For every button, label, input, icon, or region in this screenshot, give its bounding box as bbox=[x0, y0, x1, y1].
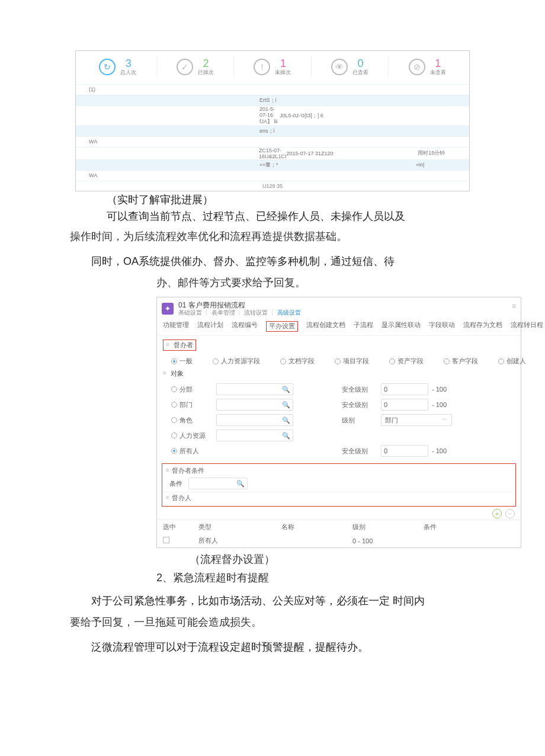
radio-all[interactable]: 所有人 bbox=[171, 447, 213, 456]
tab-item[interactable]: 流程编号 bbox=[232, 321, 258, 332]
warn-icon: ! bbox=[254, 59, 270, 75]
dept-input[interactable]: 🔍 bbox=[216, 399, 293, 411]
tab-item[interactable]: 子流程 bbox=[354, 321, 373, 332]
radio-icon bbox=[171, 417, 177, 423]
level-select[interactable]: 部门﹀ bbox=[381, 414, 452, 426]
role-input[interactable]: 🔍 bbox=[216, 414, 293, 426]
stat-num: 1 bbox=[275, 58, 291, 70]
row-level: 0 - 100 bbox=[352, 537, 424, 544]
p3-line1: 对于公司紧急性事务，比如市场活动、公关应对等，必须在一定 时间内 bbox=[70, 590, 509, 611]
search-icon: 🔍 bbox=[282, 417, 290, 424]
branch-input[interactable]: 🔍 bbox=[216, 383, 293, 395]
table-row: «»量；*«in| bbox=[76, 159, 469, 170]
crumb-current[interactable]: 高级设置 bbox=[277, 309, 301, 316]
row-mid: ErtS；i bbox=[105, 97, 280, 104]
radio-icon bbox=[171, 448, 177, 454]
table-row: WA bbox=[76, 170, 469, 181]
tab-item-active[interactable]: 平办设置 bbox=[266, 321, 298, 332]
row-type: 所有人 bbox=[198, 536, 281, 545]
row-checkbox[interactable] bbox=[163, 537, 198, 544]
row-far: «in| bbox=[416, 162, 469, 168]
row-right: 2015-07-17 31Z120 bbox=[287, 150, 418, 156]
stat-card-unviewed: ⊘ 1 未查看 bbox=[389, 56, 466, 78]
tab-item[interactable]: 流程创建文档 bbox=[306, 321, 345, 332]
radio-hr[interactable]: 人力资源字段 bbox=[213, 357, 260, 366]
cond-field-row: 条件 🔍 bbox=[165, 476, 513, 492]
handle-icon: ≡ bbox=[166, 494, 169, 501]
table-row: 所有人 0 - 100 bbox=[157, 534, 521, 547]
crumb[interactable]: 表单管理 bbox=[211, 309, 235, 316]
sec-level-label: 安全级别 bbox=[342, 385, 377, 394]
tab-item[interactable]: 流程计划 bbox=[197, 321, 223, 332]
sec-level-range: - 100 bbox=[432, 386, 473, 393]
radio-cust[interactable]: 客户字段 bbox=[444, 357, 478, 366]
radio-creator[interactable]: 创建人 bbox=[498, 357, 526, 366]
menu-icon[interactable]: ≡ bbox=[512, 302, 516, 310]
cond-field-label: 条件 bbox=[169, 479, 182, 488]
eye-off-icon: ⊘ bbox=[409, 59, 425, 75]
crumb[interactable]: 流转设置 bbox=[244, 309, 268, 316]
stats-screenshot: ↻ 3 总人次 ✓ 2 已操次 ! 1 未操次 👁 0 bbox=[75, 50, 470, 191]
sec-level-range: - 100 bbox=[432, 401, 473, 408]
remove-button[interactable]: − bbox=[505, 509, 515, 518]
sec-level-label: 安全级别 bbox=[342, 447, 377, 456]
stat-label: 已操次 bbox=[198, 70, 214, 76]
tab-item[interactable]: 流程存为文档 bbox=[463, 321, 502, 332]
radio-icon bbox=[171, 386, 177, 392]
object-row: 人力资源 🔍 bbox=[171, 428, 515, 443]
radio-icon bbox=[335, 358, 341, 364]
th-cond: 条件 bbox=[424, 523, 515, 531]
radio-hr-obj[interactable]: 人力资源 bbox=[171, 431, 213, 440]
stat-label: 已查看 bbox=[352, 70, 368, 76]
th-name: 名称 bbox=[281, 523, 352, 531]
cond-table-head: 选中 类型 名称 级别 条件 bbox=[157, 520, 521, 534]
tab-item[interactable]: 显示属性联动 bbox=[382, 321, 421, 332]
radio-proj[interactable]: 项目字段 bbox=[335, 357, 369, 366]
table-row: WA bbox=[76, 136, 469, 147]
tab-item[interactable]: 功能管理 bbox=[163, 321, 189, 332]
stat-card-pending: ! 1 未操次 bbox=[234, 56, 312, 78]
radio-icon bbox=[389, 358, 395, 364]
radio-dept[interactable]: 部门 bbox=[171, 401, 213, 409]
crumb[interactable]: 基础设置 bbox=[178, 309, 202, 316]
stats-row: ↻ 3 总人次 ✓ 2 已操次 ! 1 未操次 👁 0 bbox=[76, 51, 469, 84]
row-right: J0L5-0J-'0{t3]；] 6 bbox=[280, 112, 416, 120]
tab-item[interactable]: 流程转日程 bbox=[511, 321, 543, 332]
hr-input[interactable]: 🔍 bbox=[216, 430, 293, 441]
level-label: 级别 bbox=[342, 416, 377, 425]
tab-item[interactable]: 字段联动 bbox=[429, 321, 455, 332]
radio-general[interactable]: 一般 bbox=[171, 357, 193, 366]
radio-branch[interactable]: 分部 bbox=[171, 385, 213, 394]
table-row: ZC15-07-16U&2L1CI2015-07-17 31Z120用时15分钟 bbox=[76, 147, 469, 159]
stat-card-viewed: 👁 0 已查看 bbox=[312, 56, 389, 78]
stat-num: 2 bbox=[198, 58, 214, 70]
settings-title: 01 客户费用报销流程 bbox=[178, 301, 301, 309]
sec-level-from[interactable]: 0 bbox=[381, 399, 428, 411]
search-icon: 🔍 bbox=[282, 432, 290, 440]
cond-title: ≡督办者条件 bbox=[165, 465, 513, 476]
breadcrumb: 基础设置 ┊ 表单管理 ┊ 流转设置 ┊ 高级设置 bbox=[178, 309, 301, 316]
checkbox-icon bbox=[163, 537, 169, 543]
sec-level-from[interactable]: 0 bbox=[381, 383, 428, 395]
search-icon: 🔍 bbox=[236, 480, 245, 488]
section-object: ≡ 对象 bbox=[157, 369, 521, 380]
section-supervisor-boxed: ≡ 督办者 bbox=[163, 339, 196, 351]
row-left: WA bbox=[76, 172, 105, 178]
radio-icon bbox=[171, 433, 177, 438]
section-supervisor: ≡ 督办者 bbox=[157, 336, 521, 353]
section-label: 对象 bbox=[171, 370, 184, 377]
object-row: 角色 🔍 级别 部门﹀ bbox=[171, 412, 515, 428]
bullet-2: 2、紧急流程超时有提醒 bbox=[156, 569, 545, 587]
stat-card-total: ↻ 3 总人次 bbox=[79, 56, 157, 78]
stat-card-done: ✓ 2 已操次 bbox=[157, 56, 235, 78]
radio-icon bbox=[213, 358, 219, 364]
eye-icon: 👁 bbox=[331, 59, 348, 75]
cond-input[interactable]: 🔍 bbox=[188, 478, 248, 489]
add-button[interactable]: + bbox=[492, 509, 502, 518]
object-row: 分部 🔍 安全级别 0 - 100 bbox=[171, 382, 515, 397]
sec-level-from[interactable]: 0 bbox=[381, 445, 428, 457]
radio-role[interactable]: 角色 bbox=[171, 416, 213, 425]
radio-asset[interactable]: 资产字段 bbox=[389, 357, 424, 366]
radio-icon bbox=[171, 358, 177, 364]
radio-doc[interactable]: 文档字段 bbox=[280, 357, 315, 366]
